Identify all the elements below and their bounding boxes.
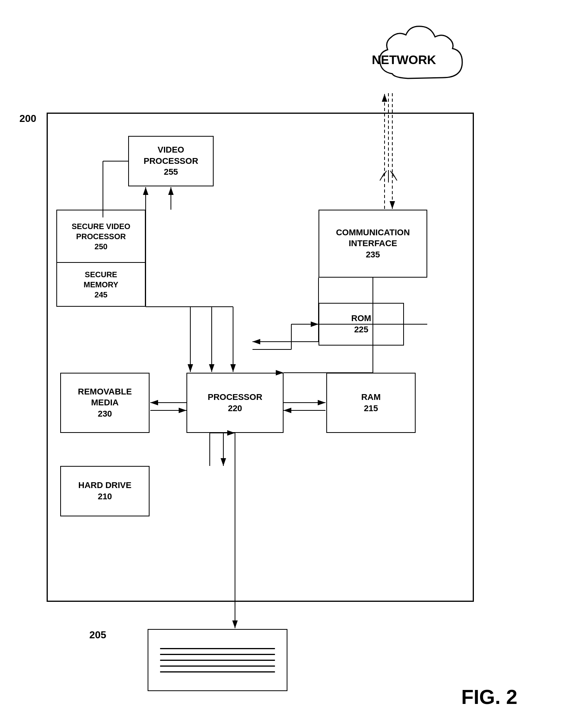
comm-interface-label: COMMUNICATIONINTERFACE235 — [336, 227, 410, 261]
secure-block: SECURE VIDEOPROCESSOR250 SECUREMEMORY245 — [56, 210, 146, 307]
label-200: 200 — [19, 113, 36, 125]
secure-video-processor-box: SECURE VIDEOPROCESSOR250 — [57, 210, 145, 263]
video-processor-box: VIDEOPROCESSOR255 — [128, 136, 214, 186]
rom-label: ROM225 — [351, 313, 371, 335]
removable-media-box: REMOVABLEMEDIA230 — [60, 373, 150, 433]
ram-box: RAM215 — [326, 373, 416, 433]
doc-line-3 — [160, 660, 275, 661]
rom-box: ROM225 — [319, 303, 404, 346]
doc-line-5 — [160, 671, 275, 672]
video-processor-label: VIDEOPROCESSOR255 — [144, 144, 198, 178]
network-cloud: NETWORK — [330, 16, 478, 93]
svg-text:NETWORK: NETWORK — [372, 53, 436, 67]
document-lines — [148, 630, 287, 690]
document-box — [148, 629, 287, 691]
removable-media-label: REMOVABLEMEDIA230 — [78, 386, 132, 420]
system-box — [47, 113, 474, 602]
label-205: 205 — [89, 629, 106, 641]
secure-memory-label: SECUREMEMORY245 — [84, 269, 118, 300]
hard-drive-box: HARD DRIVE210 — [60, 466, 150, 516]
doc-line-1 — [160, 648, 275, 649]
figure-label: FIG. 2 — [461, 685, 517, 709]
processor-label: PROCESSOR220 — [208, 392, 263, 414]
hard-drive-label: HARD DRIVE210 — [78, 480, 132, 502]
doc-line-2 — [160, 654, 275, 655]
doc-line-4 — [160, 665, 275, 667]
ram-label: RAM215 — [361, 392, 381, 414]
diagram-container: NETWORK 200 VIDEOPROCESSOR255 SECURE VID… — [0, 0, 564, 728]
secure-memory-box: SECUREMEMORY245 — [57, 263, 145, 306]
secure-video-processor-label: SECURE VIDEOPROCESSOR250 — [71, 221, 130, 252]
comm-interface-box: COMMUNICATIONINTERFACE235 — [319, 210, 427, 278]
processor-box: PROCESSOR220 — [186, 373, 284, 433]
